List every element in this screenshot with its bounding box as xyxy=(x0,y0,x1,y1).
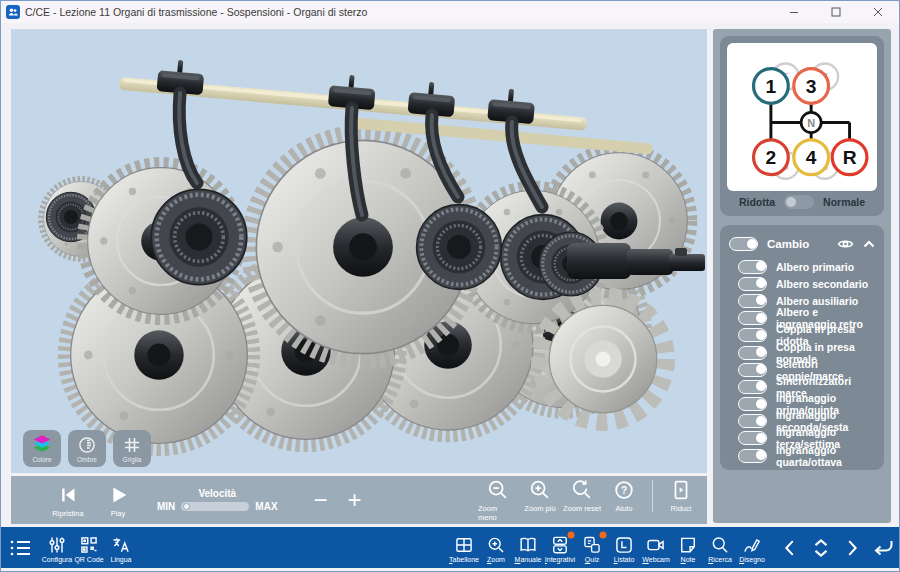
magnifier-plus-icon xyxy=(486,535,506,555)
toolbar-left-group: Configura QR Code Lingua xyxy=(41,532,137,563)
lingua-button[interactable]: Lingua xyxy=(105,532,137,563)
zoom-label: Zoom xyxy=(487,556,505,563)
lingua-label: Lingua xyxy=(110,556,131,563)
zoom-reset-label: Zoom reset xyxy=(563,504,601,513)
ricerca-label: Ricerca xyxy=(708,556,732,563)
3d-viewport[interactable]: Colore Ombre Griglia xyxy=(11,29,707,473)
layer-label: Ingranaggio quarta/ottava xyxy=(776,444,875,468)
zoom-reset-button[interactable]: Zoom reset xyxy=(562,478,602,513)
bottom-toolbar: Configura QR Code Lingua Tabellone Zoom xyxy=(1,527,900,568)
griglia-label: Griglia xyxy=(123,456,142,463)
help-icon: ? xyxy=(612,478,636,502)
tabellone-button[interactable]: Tabellone xyxy=(448,532,480,563)
collapse-panel-icon xyxy=(669,478,693,502)
layer-toggle[interactable] xyxy=(738,449,767,463)
expand-vertical-icon[interactable] xyxy=(807,533,835,563)
colore-button[interactable]: Colore xyxy=(23,430,61,467)
layer-toggle[interactable] xyxy=(738,311,767,325)
shift-pattern-diagram: 5 7 6 8 1 xyxy=(727,43,877,191)
play-button[interactable]: Play xyxy=(95,483,141,518)
webcam-button[interactable]: Webcam xyxy=(640,532,672,563)
quiz-button[interactable]: Quiz xyxy=(576,532,608,563)
manuale-button[interactable]: Manuale xyxy=(512,532,544,563)
minimize-icon[interactable] xyxy=(773,1,815,23)
bottom-strip xyxy=(1,568,900,571)
disegno-button[interactable]: Disegno xyxy=(736,532,768,563)
ridotta-label: Ridotta xyxy=(739,196,775,208)
zoom-out-button[interactable]: Zoom meno xyxy=(478,478,518,522)
riduci-label: Riduci xyxy=(671,504,692,513)
layer-toggle[interactable] xyxy=(738,328,767,342)
play-label: Play xyxy=(111,509,126,518)
note-icon xyxy=(678,535,698,555)
app-logo-icon xyxy=(6,5,20,19)
layer-toggle[interactable] xyxy=(738,397,767,411)
app-window: C/CE - Lezione 11 Organi di trasmissione… xyxy=(0,0,900,572)
zoom-button[interactable]: Zoom xyxy=(480,532,512,563)
listato-button[interactable]: Listato xyxy=(608,532,640,563)
ricerca-button[interactable]: Ricerca xyxy=(704,532,736,563)
chevron-right-icon[interactable] xyxy=(838,533,866,563)
layer-toggle[interactable] xyxy=(738,380,767,394)
layer-row: Albero primario xyxy=(729,258,875,275)
webcam-label: Webcam xyxy=(642,556,670,563)
menu-list-icon[interactable] xyxy=(1,538,41,558)
gear-1-indicator[interactable]: 1 xyxy=(754,69,789,104)
speed-increase-icon[interactable]: + xyxy=(338,486,372,514)
gear-r-indicator[interactable]: R xyxy=(832,140,867,175)
cambio-toggle[interactable] xyxy=(729,237,758,251)
layer-toggle[interactable] xyxy=(738,294,767,308)
riduci-button[interactable]: Riduci xyxy=(661,478,701,513)
normale-label: Normale xyxy=(823,196,865,208)
griglia-button[interactable]: Griglia xyxy=(113,430,151,467)
layer-toggle[interactable] xyxy=(738,431,767,445)
close-icon[interactable] xyxy=(857,1,899,23)
speed-slider-knob[interactable] xyxy=(183,503,190,510)
book-icon xyxy=(518,535,538,555)
integrativi-badge xyxy=(567,531,575,539)
translate-icon xyxy=(111,535,131,555)
gearbox-3d-model[interactable] xyxy=(11,29,707,473)
title-bar: C/CE - Lezione 11 Organi di trasmissione… xyxy=(1,1,899,23)
layers-color-icon xyxy=(31,434,53,455)
neutral-indicator[interactable]: N xyxy=(801,112,821,132)
gear-3-indicator[interactable]: 3 xyxy=(794,69,829,104)
maximize-icon[interactable] xyxy=(815,1,857,23)
ridotta-normale-toggle[interactable] xyxy=(784,195,814,209)
velocita-label: Velocità xyxy=(198,488,236,499)
chevron-left-icon[interactable] xyxy=(776,533,804,563)
lingua-label: QR Code xyxy=(74,556,103,563)
chevron-up-icon[interactable] xyxy=(863,240,875,248)
gear-4-indicator[interactable]: 4 xyxy=(794,140,829,175)
configura-button[interactable]: Configura xyxy=(41,532,73,563)
zoom-reset-icon xyxy=(570,478,594,502)
zoom-in-icon xyxy=(528,478,552,502)
layer-toggle[interactable] xyxy=(738,363,767,377)
eye-icon[interactable] xyxy=(837,238,854,250)
speed-decrease-icon[interactable]: − xyxy=(304,486,338,514)
camera-icon xyxy=(646,535,666,555)
qr-code-icon xyxy=(79,535,99,555)
pen-icon xyxy=(742,535,762,555)
layer-toggle[interactable] xyxy=(738,260,767,274)
svg-text:3: 3 xyxy=(806,76,817,97)
zoom-in-label: Zoom più xyxy=(524,504,555,513)
return-arrow-icon[interactable] xyxy=(869,533,897,563)
note-button[interactable]: Note xyxy=(672,532,704,563)
qr-code-button[interactable]: QR Code xyxy=(73,532,105,563)
ripristina-button[interactable]: Ripristina xyxy=(45,483,91,518)
window-title: C/CE - Lezione 11 Organi di trasmissione… xyxy=(25,6,367,18)
layer-row: Albero secondario xyxy=(729,275,875,292)
zoom-out-icon xyxy=(486,478,510,502)
layer-toggle[interactable] xyxy=(738,277,767,291)
integrativi-button[interactable]: Integrativi xyxy=(544,532,576,563)
help-button[interactable]: ? Aiuto xyxy=(604,478,644,513)
shading-icon xyxy=(77,435,97,455)
ombre-button[interactable]: Ombre xyxy=(68,430,106,467)
layer-toggle[interactable] xyxy=(738,414,767,428)
speed-slider[interactable] xyxy=(181,502,249,511)
range-mode-row: Ridotta Normale xyxy=(727,191,877,213)
zoom-in-button[interactable]: Zoom più xyxy=(520,478,560,513)
layer-toggle[interactable] xyxy=(738,346,767,360)
gear-2-indicator[interactable]: 2 xyxy=(754,140,789,175)
